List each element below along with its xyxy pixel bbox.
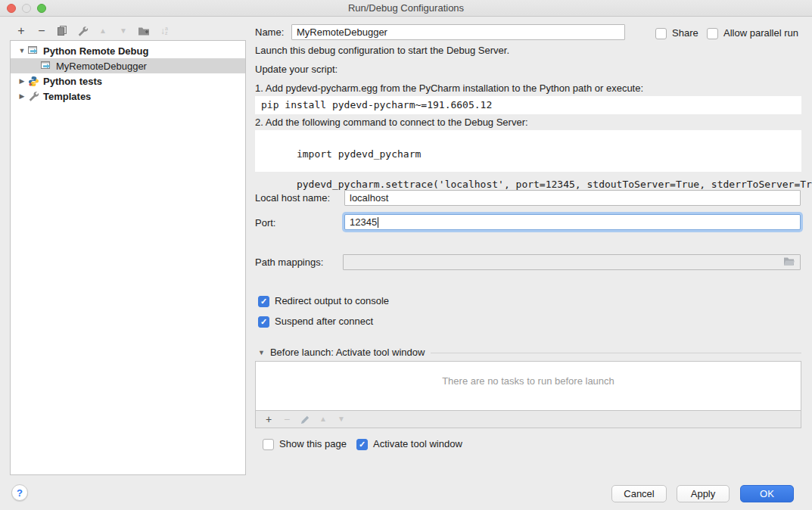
tree-item-python-tests[interactable]: ▶ Python tests <box>11 73 245 89</box>
task-list-toolbar: + − ▲ ▼ <box>255 411 801 428</box>
wrench-icon <box>26 90 40 102</box>
port-input[interactable]: 12345 <box>344 214 801 230</box>
wrench-icon <box>77 26 89 37</box>
ok-button[interactable]: OK <box>740 485 794 502</box>
tree-item-label: Python Remote Debug <box>43 45 148 57</box>
before-launch-header[interactable]: ▼ Before launch: Activate tool window <box>258 345 801 360</box>
down-arrow-icon: ▼ <box>338 415 345 423</box>
copy-configuration-button[interactable] <box>54 23 70 39</box>
move-task-up-button: ▲ <box>316 412 330 426</box>
settrace-code-line-1: import pydevd_pycharm <box>297 148 421 160</box>
apply-button[interactable]: Apply <box>677 485 730 502</box>
sort-az-icon: ↓az <box>160 26 168 36</box>
port-label: Port: <box>255 216 275 231</box>
up-arrow-icon: ▲ <box>99 27 107 35</box>
pip-install-code-block: pip install pydevd-pycharm~=191.6605.12 <box>255 96 801 114</box>
edit-task-button <box>298 412 312 426</box>
activate-tool-window-row: Activate tool window <box>356 437 462 452</box>
show-this-page-checkbox[interactable] <box>263 439 274 450</box>
new-folder-button[interactable] <box>136 23 151 39</box>
suspend-after-connect-row: Suspend after connect <box>258 314 373 329</box>
port-value: 12345 <box>350 216 377 228</box>
before-launch-title: Before launch: Activate tool window <box>270 345 425 360</box>
configurations-tree: ▼ Python Remote Debug MyRemoteDebu <box>10 40 246 475</box>
text-caret <box>378 217 378 228</box>
empty-task-list-text: There are no tasks to run before launch <box>256 375 801 387</box>
remove-task-button: − <box>280 412 294 426</box>
local-host-name-input[interactable] <box>344 190 801 206</box>
intro-line-1: Launch this debug configuration to start… <box>255 45 509 56</box>
show-this-page-label: Show this page <box>279 437 347 452</box>
suspend-after-connect-checkbox[interactable] <box>258 316 269 328</box>
suspend-after-connect-label: Suspend after connect <box>275 314 373 329</box>
name-label: Name: <box>255 25 284 40</box>
cancel-button[interactable]: Cancel <box>611 485 667 502</box>
tree-item-label: MyRemoteDebugger <box>56 61 147 72</box>
remove-configuration-button[interactable]: − <box>34 23 49 39</box>
plus-icon: + <box>266 414 272 424</box>
intro-line-2: Update your script: <box>255 64 338 75</box>
settrace-code-block: import pydevd_pycharm pydevd_pycharm.set… <box>255 130 801 172</box>
allow-parallel-run-checkbox[interactable] <box>707 28 718 39</box>
settrace-code-line-2: pydevd_pycharm.settrace('localhost', por… <box>297 179 812 190</box>
tree-item-label: Python tests <box>43 76 102 87</box>
name-input[interactable] <box>291 24 625 40</box>
expanded-arrow-icon[interactable]: ▼ <box>17 47 26 54</box>
sort-configurations-button: ↓az <box>157 23 172 39</box>
collapsed-arrow-icon[interactable]: ▶ <box>17 92 26 100</box>
run-debug-configurations-dialog: Run/Debug Configurations + − ▲ ▼ ↓az <box>0 0 812 510</box>
allow-parallel-run-label: Allow parallel run <box>723 26 798 41</box>
tree-item-python-remote-debug[interactable]: ▼ Python Remote Debug <box>11 43 245 58</box>
before-launch-task-list[interactable]: There are no tasks to run before launch <box>255 361 801 411</box>
path-mappings-label: Path mappings: <box>255 255 323 270</box>
allow-parallel-checkbox-row: Allow parallel run <box>707 26 798 41</box>
share-checkbox[interactable] <box>655 28 667 39</box>
tree-item-label: Templates <box>43 91 91 102</box>
minus-icon: − <box>38 25 45 37</box>
window-title: Run/Debug Configurations <box>0 2 812 14</box>
plus-icon: + <box>17 25 24 37</box>
activate-tool-window-checkbox[interactable] <box>356 439 368 450</box>
share-label: Share <box>672 26 698 41</box>
pencil-icon <box>300 415 310 424</box>
show-this-page-row: Show this page <box>263 437 347 452</box>
question-mark-icon: ? <box>17 487 23 499</box>
local-host-name-label: Local host name: <box>255 191 330 206</box>
edit-templates-button[interactable] <box>75 23 90 39</box>
tree-item-templates[interactable]: ▶ Templates <box>11 89 245 104</box>
collapsed-arrow-icon[interactable]: ▶ <box>17 77 26 85</box>
step-2-text: 2. Add the following command to connect … <box>255 117 528 128</box>
path-mappings-input[interactable] <box>343 254 801 270</box>
move-down-button: ▼ <box>116 23 131 39</box>
move-task-down-button: ▼ <box>334 412 348 426</box>
redirect-output-label: Redirect output to console <box>275 294 389 309</box>
remote-debug-icon <box>26 45 40 57</box>
down-arrow-icon: ▼ <box>120 27 127 35</box>
python-tests-icon <box>26 75 40 87</box>
folder-icon <box>783 257 795 266</box>
help-button[interactable]: ? <box>11 484 28 501</box>
folder-plus-icon <box>138 26 150 36</box>
tree-item-myremotedebugger[interactable]: MyRemoteDebugger <box>11 58 245 73</box>
activate-tool-window-label: Activate tool window <box>373 437 462 452</box>
copy-icon <box>57 26 67 36</box>
up-arrow-icon: ▲ <box>319 415 327 423</box>
minus-icon: − <box>284 414 290 424</box>
redirect-output-checkbox[interactable] <box>258 296 269 307</box>
browse-folder-button[interactable] <box>783 257 795 269</box>
add-configuration-button[interactable]: + <box>14 23 29 39</box>
step-1-text: 1. Add pydevd-pycharm.egg from the PyCha… <box>255 82 643 94</box>
move-up-button: ▲ <box>95 23 110 39</box>
title-bar: Run/Debug Configurations <box>0 0 812 17</box>
redirect-output-row: Redirect output to console <box>258 294 389 309</box>
collapse-arrow-icon[interactable]: ▼ <box>258 349 265 356</box>
header-rule <box>431 353 801 353</box>
share-checkbox-row: Share <box>655 26 698 41</box>
configurations-toolbar: + − ▲ ▼ ↓az <box>14 23 172 39</box>
remote-debug-icon <box>39 60 53 72</box>
add-task-button[interactable]: + <box>262 412 275 426</box>
